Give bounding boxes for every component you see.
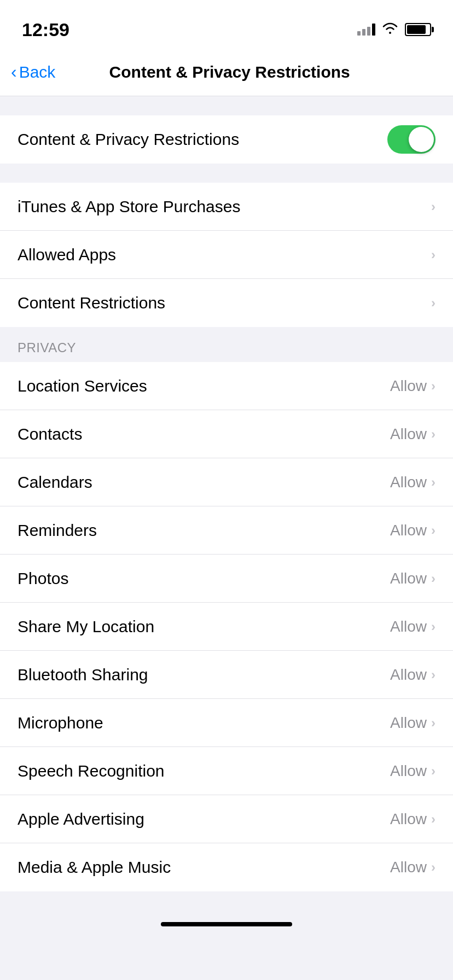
bluetooth-sharing-label: Bluetooth Sharing: [18, 666, 148, 684]
row-right: Allow ›: [390, 762, 435, 780]
row-right: ›: [431, 247, 435, 262]
list-item[interactable]: Apple Advertising Allow ›: [0, 795, 453, 843]
chevron-right-icon: ›: [431, 475, 435, 490]
content-privacy-toggle-row[interactable]: Content & Privacy Restrictions: [0, 115, 453, 164]
row-right: ›: [431, 199, 435, 214]
location-services-label: Location Services: [18, 377, 147, 395]
chevron-right-icon: ›: [431, 247, 435, 262]
list-item[interactable]: iTunes & App Store Purchases ›: [0, 183, 453, 231]
list-item[interactable]: Calendars Allow ›: [0, 458, 453, 506]
list-item[interactable]: Allowed Apps ›: [0, 231, 453, 279]
list-item[interactable]: Media & Apple Music Allow ›: [0, 843, 453, 891]
section-gap-1: [0, 96, 453, 115]
apple-advertising-label: Apple Advertising: [18, 810, 144, 829]
allowed-apps-label: Allowed Apps: [18, 246, 116, 264]
content-privacy-toggle[interactable]: [387, 125, 435, 154]
list-item[interactable]: Reminders Allow ›: [0, 506, 453, 555]
chevron-right-icon: ›: [431, 427, 435, 442]
list-item[interactable]: Content Restrictions ›: [0, 279, 453, 327]
home-indicator-area: [0, 913, 453, 935]
list-item[interactable]: Photos Allow ›: [0, 555, 453, 603]
bottom-spacer: [0, 891, 453, 913]
row-right: ›: [431, 295, 435, 311]
content-restrictions-label: Content Restrictions: [18, 294, 165, 312]
contacts-label: Contacts: [18, 425, 82, 444]
status-bar: 12:59: [0, 0, 453, 48]
itunes-purchases-label: iTunes & App Store Purchases: [18, 197, 240, 216]
media-apple-music-value: Allow: [390, 859, 427, 876]
apple-advertising-value: Allow: [390, 810, 427, 828]
back-button[interactable]: ‹ Back: [11, 62, 55, 82]
chevron-right-icon: ›: [431, 571, 435, 586]
chevron-right-icon: ›: [431, 860, 435, 875]
calendars-label: Calendars: [18, 473, 92, 492]
chevron-right-icon: ›: [431, 763, 435, 779]
back-chevron-icon: ‹: [11, 62, 17, 82]
row-right: Allow ›: [390, 522, 435, 539]
list-item[interactable]: Location Services Allow ›: [0, 362, 453, 410]
chevron-right-icon: ›: [431, 619, 435, 634]
photos-label: Photos: [18, 569, 68, 588]
contacts-value: Allow: [390, 425, 427, 443]
battery-icon: [405, 23, 431, 36]
row-right: Allow ›: [390, 666, 435, 684]
microphone-label: Microphone: [18, 714, 103, 732]
back-label[interactable]: Back: [19, 63, 56, 81]
section-gap-2: [0, 164, 453, 183]
list-item[interactable]: Microphone Allow ›: [0, 699, 453, 747]
first-settings-group: iTunes & App Store Purchases › Allowed A…: [0, 183, 453, 327]
signal-icon: [357, 24, 375, 36]
row-right: Allow ›: [390, 377, 435, 395]
row-right: Allow ›: [390, 810, 435, 828]
row-right: Allow ›: [390, 425, 435, 443]
toggle-knob: [409, 127, 434, 152]
list-item[interactable]: Speech Recognition Allow ›: [0, 747, 453, 795]
chevron-right-icon: ›: [431, 812, 435, 827]
location-services-value: Allow: [390, 377, 427, 395]
privacy-section-header: PRIVACY: [0, 327, 453, 362]
privacy-settings-group: Location Services Allow › Contacts Allow…: [0, 362, 453, 891]
speech-recognition-label: Speech Recognition: [18, 762, 165, 780]
share-my-location-label: Share My Location: [18, 617, 154, 636]
row-right: Allow ›: [390, 859, 435, 876]
bluetooth-sharing-value: Allow: [390, 666, 427, 684]
chevron-right-icon: ›: [431, 378, 435, 394]
microphone-value: Allow: [390, 714, 427, 732]
speech-recognition-value: Allow: [390, 762, 427, 780]
chevron-right-icon: ›: [431, 523, 435, 538]
content-privacy-label: Content & Privacy Restrictions: [18, 130, 239, 149]
row-right: Allow ›: [390, 474, 435, 491]
main-toggle-group: Content & Privacy Restrictions: [0, 115, 453, 164]
photos-value: Allow: [390, 570, 427, 587]
reminders-label: Reminders: [18, 521, 97, 540]
calendars-value: Allow: [390, 474, 427, 491]
wifi-icon: [382, 22, 398, 37]
status-time: 12:59: [22, 19, 69, 40]
list-item[interactable]: Contacts Allow ›: [0, 410, 453, 458]
page-title: Content & Privacy Restrictions: [61, 63, 398, 81]
nav-bar: ‹ Back Content & Privacy Restrictions: [0, 48, 453, 96]
chevron-right-icon: ›: [431, 295, 435, 311]
row-right: Allow ›: [390, 714, 435, 732]
chevron-right-icon: ›: [431, 715, 435, 731]
reminders-value: Allow: [390, 522, 427, 539]
row-right: Allow ›: [390, 618, 435, 635]
list-item[interactable]: Bluetooth Sharing Allow ›: [0, 651, 453, 699]
share-my-location-value: Allow: [390, 618, 427, 635]
status-icons: [357, 22, 431, 37]
list-item[interactable]: Share My Location Allow ›: [0, 603, 453, 651]
chevron-right-icon: ›: [431, 667, 435, 682]
chevron-right-icon: ›: [431, 199, 435, 214]
home-bar: [161, 922, 292, 926]
media-apple-music-label: Media & Apple Music: [18, 858, 171, 877]
row-right: Allow ›: [390, 570, 435, 587]
